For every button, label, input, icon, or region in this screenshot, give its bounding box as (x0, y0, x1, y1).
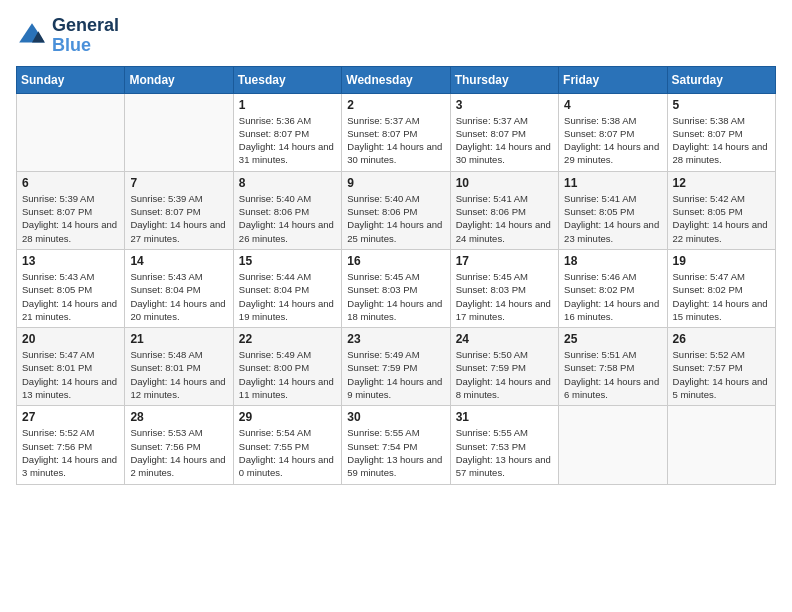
calendar-cell: 18Sunrise: 5:46 AM Sunset: 8:02 PM Dayli… (559, 249, 667, 327)
calendar-cell (17, 93, 125, 171)
calendar-cell: 24Sunrise: 5:50 AM Sunset: 7:59 PM Dayli… (450, 328, 558, 406)
calendar-cell: 13Sunrise: 5:43 AM Sunset: 8:05 PM Dayli… (17, 249, 125, 327)
day-info: Sunrise: 5:47 AM Sunset: 8:02 PM Dayligh… (673, 270, 770, 323)
day-number: 11 (564, 176, 661, 190)
day-number: 19 (673, 254, 770, 268)
day-number: 7 (130, 176, 227, 190)
weekday-header-tuesday: Tuesday (233, 66, 341, 93)
calendar-cell: 29Sunrise: 5:54 AM Sunset: 7:55 PM Dayli… (233, 406, 341, 484)
day-number: 25 (564, 332, 661, 346)
calendar-cell: 5Sunrise: 5:38 AM Sunset: 8:07 PM Daylig… (667, 93, 775, 171)
day-info: Sunrise: 5:40 AM Sunset: 8:06 PM Dayligh… (239, 192, 336, 245)
day-number: 4 (564, 98, 661, 112)
calendar-cell: 8Sunrise: 5:40 AM Sunset: 8:06 PM Daylig… (233, 171, 341, 249)
calendar-cell: 15Sunrise: 5:44 AM Sunset: 8:04 PM Dayli… (233, 249, 341, 327)
weekday-header-thursday: Thursday (450, 66, 558, 93)
calendar-week-5: 27Sunrise: 5:52 AM Sunset: 7:56 PM Dayli… (17, 406, 776, 484)
day-info: Sunrise: 5:51 AM Sunset: 7:58 PM Dayligh… (564, 348, 661, 401)
day-info: Sunrise: 5:47 AM Sunset: 8:01 PM Dayligh… (22, 348, 119, 401)
day-number: 18 (564, 254, 661, 268)
day-number: 13 (22, 254, 119, 268)
day-number: 31 (456, 410, 553, 424)
logo: General Blue (16, 16, 119, 56)
day-number: 27 (22, 410, 119, 424)
day-info: Sunrise: 5:52 AM Sunset: 7:57 PM Dayligh… (673, 348, 770, 401)
day-info: Sunrise: 5:45 AM Sunset: 8:03 PM Dayligh… (456, 270, 553, 323)
calendar-cell (559, 406, 667, 484)
day-info: Sunrise: 5:49 AM Sunset: 7:59 PM Dayligh… (347, 348, 444, 401)
day-info: Sunrise: 5:46 AM Sunset: 8:02 PM Dayligh… (564, 270, 661, 323)
day-number: 15 (239, 254, 336, 268)
logo-icon (16, 20, 48, 52)
day-number: 1 (239, 98, 336, 112)
day-info: Sunrise: 5:37 AM Sunset: 8:07 PM Dayligh… (456, 114, 553, 167)
day-number: 20 (22, 332, 119, 346)
day-number: 16 (347, 254, 444, 268)
calendar-cell: 9Sunrise: 5:40 AM Sunset: 8:06 PM Daylig… (342, 171, 450, 249)
calendar-cell: 3Sunrise: 5:37 AM Sunset: 8:07 PM Daylig… (450, 93, 558, 171)
weekday-header-sunday: Sunday (17, 66, 125, 93)
day-number: 21 (130, 332, 227, 346)
calendar-cell (667, 406, 775, 484)
day-info: Sunrise: 5:38 AM Sunset: 8:07 PM Dayligh… (564, 114, 661, 167)
day-info: Sunrise: 5:45 AM Sunset: 8:03 PM Dayligh… (347, 270, 444, 323)
calendar-cell: 7Sunrise: 5:39 AM Sunset: 8:07 PM Daylig… (125, 171, 233, 249)
day-info: Sunrise: 5:41 AM Sunset: 8:05 PM Dayligh… (564, 192, 661, 245)
day-info: Sunrise: 5:39 AM Sunset: 8:07 PM Dayligh… (22, 192, 119, 245)
calendar-week-1: 1Sunrise: 5:36 AM Sunset: 8:07 PM Daylig… (17, 93, 776, 171)
logo-text: General Blue (52, 16, 119, 56)
day-info: Sunrise: 5:50 AM Sunset: 7:59 PM Dayligh… (456, 348, 553, 401)
calendar-cell (125, 93, 233, 171)
calendar-cell: 12Sunrise: 5:42 AM Sunset: 8:05 PM Dayli… (667, 171, 775, 249)
weekday-header-saturday: Saturday (667, 66, 775, 93)
day-number: 2 (347, 98, 444, 112)
calendar-cell: 22Sunrise: 5:49 AM Sunset: 8:00 PM Dayli… (233, 328, 341, 406)
day-info: Sunrise: 5:49 AM Sunset: 8:00 PM Dayligh… (239, 348, 336, 401)
calendar-cell: 27Sunrise: 5:52 AM Sunset: 7:56 PM Dayli… (17, 406, 125, 484)
calendar-cell: 20Sunrise: 5:47 AM Sunset: 8:01 PM Dayli… (17, 328, 125, 406)
day-number: 24 (456, 332, 553, 346)
weekday-header-wednesday: Wednesday (342, 66, 450, 93)
day-info: Sunrise: 5:37 AM Sunset: 8:07 PM Dayligh… (347, 114, 444, 167)
day-number: 9 (347, 176, 444, 190)
calendar-cell: 23Sunrise: 5:49 AM Sunset: 7:59 PM Dayli… (342, 328, 450, 406)
day-number: 22 (239, 332, 336, 346)
calendar-cell: 16Sunrise: 5:45 AM Sunset: 8:03 PM Dayli… (342, 249, 450, 327)
calendar-cell: 31Sunrise: 5:55 AM Sunset: 7:53 PM Dayli… (450, 406, 558, 484)
day-info: Sunrise: 5:43 AM Sunset: 8:05 PM Dayligh… (22, 270, 119, 323)
calendar-cell: 2Sunrise: 5:37 AM Sunset: 8:07 PM Daylig… (342, 93, 450, 171)
weekday-header-monday: Monday (125, 66, 233, 93)
day-info: Sunrise: 5:36 AM Sunset: 8:07 PM Dayligh… (239, 114, 336, 167)
day-info: Sunrise: 5:53 AM Sunset: 7:56 PM Dayligh… (130, 426, 227, 479)
day-number: 26 (673, 332, 770, 346)
calendar-cell: 28Sunrise: 5:53 AM Sunset: 7:56 PM Dayli… (125, 406, 233, 484)
weekday-header-friday: Friday (559, 66, 667, 93)
day-number: 30 (347, 410, 444, 424)
day-number: 6 (22, 176, 119, 190)
calendar-cell: 26Sunrise: 5:52 AM Sunset: 7:57 PM Dayli… (667, 328, 775, 406)
calendar-cell: 14Sunrise: 5:43 AM Sunset: 8:04 PM Dayli… (125, 249, 233, 327)
weekday-header-row: SundayMondayTuesdayWednesdayThursdayFrid… (17, 66, 776, 93)
day-info: Sunrise: 5:42 AM Sunset: 8:05 PM Dayligh… (673, 192, 770, 245)
day-info: Sunrise: 5:55 AM Sunset: 7:54 PM Dayligh… (347, 426, 444, 479)
calendar-cell: 25Sunrise: 5:51 AM Sunset: 7:58 PM Dayli… (559, 328, 667, 406)
calendar: SundayMondayTuesdayWednesdayThursdayFrid… (16, 66, 776, 485)
day-info: Sunrise: 5:43 AM Sunset: 8:04 PM Dayligh… (130, 270, 227, 323)
day-info: Sunrise: 5:41 AM Sunset: 8:06 PM Dayligh… (456, 192, 553, 245)
day-number: 5 (673, 98, 770, 112)
calendar-cell: 11Sunrise: 5:41 AM Sunset: 8:05 PM Dayli… (559, 171, 667, 249)
day-info: Sunrise: 5:39 AM Sunset: 8:07 PM Dayligh… (130, 192, 227, 245)
day-number: 23 (347, 332, 444, 346)
day-number: 12 (673, 176, 770, 190)
calendar-cell: 19Sunrise: 5:47 AM Sunset: 8:02 PM Dayli… (667, 249, 775, 327)
day-number: 29 (239, 410, 336, 424)
calendar-cell: 17Sunrise: 5:45 AM Sunset: 8:03 PM Dayli… (450, 249, 558, 327)
calendar-cell: 4Sunrise: 5:38 AM Sunset: 8:07 PM Daylig… (559, 93, 667, 171)
day-number: 28 (130, 410, 227, 424)
calendar-week-2: 6Sunrise: 5:39 AM Sunset: 8:07 PM Daylig… (17, 171, 776, 249)
calendar-week-4: 20Sunrise: 5:47 AM Sunset: 8:01 PM Dayli… (17, 328, 776, 406)
day-info: Sunrise: 5:54 AM Sunset: 7:55 PM Dayligh… (239, 426, 336, 479)
page-header: General Blue (16, 16, 776, 56)
calendar-cell: 1Sunrise: 5:36 AM Sunset: 8:07 PM Daylig… (233, 93, 341, 171)
day-number: 14 (130, 254, 227, 268)
